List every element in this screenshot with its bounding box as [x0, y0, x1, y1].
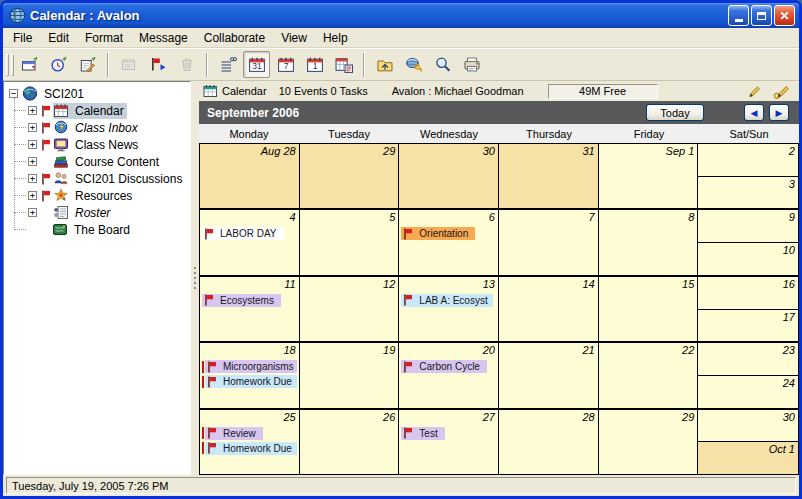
calendar-event[interactable]: LAB A: Ecosyst — [401, 294, 498, 307]
day-cell[interactable]: 29 — [300, 144, 400, 208]
day-cell[interactable]: 19 — [300, 343, 400, 407]
calendar-event[interactable]: Carbon Cycle — [401, 360, 498, 373]
day-cell[interactable]: 20Carbon Cycle — [399, 343, 499, 407]
day-cell[interactable]: 6Orientation — [399, 210, 499, 274]
today-button[interactable]: Today — [646, 104, 704, 121]
new-reminder-button[interactable] — [45, 51, 72, 78]
day-cell[interactable]: 30 — [399, 144, 499, 208]
day-cell-saturday[interactable]: 9 — [698, 210, 798, 243]
day-cell-saturday[interactable]: 2 — [698, 144, 798, 177]
day-cell[interactable]: 7 — [499, 210, 599, 274]
day-cell-sunday[interactable]: 10 — [698, 243, 798, 275]
day-cell[interactable]: Sep 1 — [599, 144, 699, 208]
month-view-button[interactable]: 31 — [243, 51, 270, 78]
menu-file[interactable]: File — [5, 29, 40, 47]
menu-message[interactable]: Message — [131, 29, 196, 47]
day-cell[interactable]: 13LAB A: Ecosyst — [399, 277, 499, 341]
day-cell[interactable]: 31 — [499, 144, 599, 208]
parent-folder-button[interactable] — [371, 51, 398, 78]
calendar-event[interactable]: Orientation — [401, 227, 498, 240]
panel-splitter[interactable] — [191, 81, 199, 475]
day-cell[interactable]: 29 — [599, 410, 699, 474]
date-label: 13 — [483, 278, 495, 290]
day-cell[interactable]: 22 — [599, 343, 699, 407]
toolbar-grip[interactable] — [6, 54, 9, 76]
day-cell[interactable]: 15 — [599, 277, 699, 341]
calendar-event[interactable]: Test — [401, 427, 498, 440]
calendar-event[interactable]: Homework Due — [202, 375, 299, 388]
close-button[interactable]: ✕ — [774, 5, 795, 26]
day-cell-sunday[interactable]: 24 — [698, 376, 798, 408]
day-cell[interactable]: 18MicroorganismsHomework Due — [200, 343, 300, 407]
date-label: 24 — [783, 377, 795, 389]
day-cell[interactable]: 27Test — [399, 410, 499, 474]
day-cell[interactable]: 8 — [599, 210, 699, 274]
day-cell[interactable]: 4LABOR DAY — [200, 210, 300, 274]
board-icon — [52, 222, 68, 237]
calendar-event[interactable]: Ecosystems — [202, 294, 299, 307]
day-cell-sunday[interactable]: Oct 1 — [698, 442, 798, 474]
day-cell[interactable]: Aug 28 — [200, 144, 300, 208]
day-cell-saturday[interactable]: 16 — [698, 277, 798, 310]
sidebar-item-class-news[interactable]: +Class News — [4, 136, 190, 153]
sidebar-item-sci201-discussions[interactable]: +SCI201 Discussions — [4, 170, 190, 187]
sidebar-item-class-inbox[interactable]: +Class Inbox — [4, 119, 190, 136]
expand-toggle[interactable]: + — [28, 140, 37, 149]
day-cell[interactable]: 25ReviewHomework Due — [200, 410, 300, 474]
collapse-toggle[interactable]: − — [9, 89, 18, 98]
new-task-button[interactable] — [74, 51, 101, 78]
events-list: Ecosystems — [200, 294, 299, 307]
expand-toggle[interactable]: + — [28, 191, 37, 200]
permissions-button[interactable] — [400, 51, 427, 78]
day-cell[interactable]: 11Ecosystems — [200, 277, 300, 341]
calendar-event[interactable]: Review — [202, 427, 299, 440]
linked-pencil-icon[interactable] — [773, 84, 789, 99]
sidebar-item-resources[interactable]: +Resources — [4, 187, 190, 204]
sidebar-item-the-board[interactable]: The Board — [4, 221, 190, 238]
menu-format[interactable]: Format — [77, 29, 131, 47]
expand-toggle[interactable]: + — [28, 106, 37, 115]
menu-edit[interactable]: Edit — [40, 29, 77, 47]
flag-next-unread-button[interactable] — [144, 51, 171, 78]
next-month-button[interactable]: ▶ — [769, 104, 789, 121]
menu-view[interactable]: View — [273, 29, 315, 47]
new-event-button[interactable] — [16, 51, 43, 78]
summaries-list-button[interactable] — [214, 51, 241, 78]
pencil-icon[interactable] — [747, 84, 763, 99]
day-cell[interactable]: 5 — [300, 210, 400, 274]
prev-month-button[interactable]: ◀ — [744, 104, 764, 121]
toolbar-grip[interactable] — [11, 54, 14, 76]
calendar-event[interactable]: LABOR DAY — [202, 227, 299, 240]
day-cell-sunday[interactable]: 17 — [698, 310, 798, 342]
expand-toggle[interactable]: + — [28, 174, 37, 183]
day-view-button[interactable]: 1 — [301, 51, 328, 78]
day-cell-saturday[interactable]: 23 — [698, 343, 798, 376]
split-view-button[interactable] — [330, 51, 357, 78]
date-label: Aug 28 — [261, 145, 296, 157]
sidebar-item-course-content[interactable]: +Course Content — [4, 153, 190, 170]
day-cell[interactable]: 12 — [300, 277, 400, 341]
maximize-button[interactable] — [751, 5, 772, 26]
day-cell[interactable]: 28 — [499, 410, 599, 474]
day-cell[interactable]: 14 — [499, 277, 599, 341]
day-cell-sunday[interactable]: 3 — [698, 177, 798, 209]
menu-help[interactable]: Help — [315, 29, 356, 47]
expand-toggle[interactable]: + — [28, 157, 37, 166]
print-button[interactable] — [458, 51, 485, 78]
calendar-event[interactable]: Microorganisms — [202, 360, 299, 373]
day-cell[interactable]: 21 — [499, 343, 599, 407]
expand-toggle[interactable]: + — [28, 123, 37, 132]
minimize-button[interactable] — [728, 5, 749, 26]
search-button[interactable] — [429, 51, 456, 78]
sidebar-item-roster[interactable]: +Roster — [4, 204, 190, 221]
sidebar-item-calendar[interactable]: +Calendar — [4, 102, 190, 119]
day-cell[interactable]: 26 — [300, 410, 400, 474]
date-label: 7 — [589, 211, 595, 223]
expand-toggle[interactable]: + — [28, 208, 37, 217]
menu-collaborate[interactable]: Collaborate — [196, 29, 273, 47]
calendar-event[interactable]: Homework Due — [202, 442, 299, 455]
day-cell-saturday[interactable]: 30 — [698, 410, 798, 443]
sidebar-item-sci201[interactable]: −SCI201 — [4, 85, 190, 102]
title-bar[interactable]: Calendar : Avalon ✕ — [3, 3, 799, 28]
week-view-button[interactable]: 7 — [272, 51, 299, 78]
